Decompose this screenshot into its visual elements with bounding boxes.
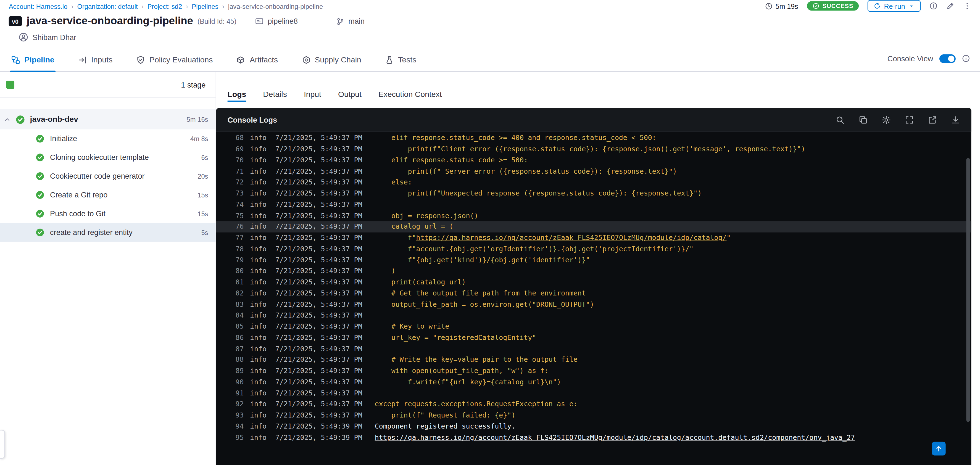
log-tab-details[interactable]: Details xyxy=(263,90,287,108)
tab-label: Tests xyxy=(398,56,416,64)
log-timestamp: 7/21/2025, 5:49:37 PM xyxy=(275,134,363,142)
breadcrumb-separator: › xyxy=(186,2,188,10)
log-line-number: 71 xyxy=(216,167,244,175)
breadcrumb-item-pipelines[interactable]: Pipelines xyxy=(192,2,218,10)
more-options-button[interactable] xyxy=(963,2,971,10)
log-tab-output[interactable]: Output xyxy=(338,90,361,108)
log-timestamp: 7/21/2025, 5:49:37 PM xyxy=(275,167,363,175)
copy-button[interactable] xyxy=(859,115,868,124)
settings-button[interactable] xyxy=(882,115,891,124)
step-row-create-a-git-repo[interactable]: Create a Git repo15s xyxy=(0,186,216,204)
step-row-cloning-cookiecutter-template[interactable]: Cloning cookiecutter template6s xyxy=(0,148,216,167)
log-link[interactable]: https://qa.harness.io/ng/account/zEaak-F… xyxy=(416,234,727,242)
log-scroll-area[interactable]: 68info7/21/2025, 5:49:37 PM elif respons… xyxy=(216,132,971,465)
check-circle-icon xyxy=(36,209,45,218)
tab-supply-chain[interactable]: Supply Chain xyxy=(301,56,363,71)
fullscreen-button[interactable] xyxy=(905,115,914,124)
scroll-to-top-button[interactable] xyxy=(932,442,946,455)
log-level: info xyxy=(250,311,267,319)
log-level: info xyxy=(250,389,267,397)
open-in-new-button[interactable] xyxy=(928,115,937,124)
branch-icon xyxy=(336,17,344,25)
log-code-text: catalog_url = ( xyxy=(375,222,453,230)
tab-policy-evaluations[interactable]: Policy Evaluations xyxy=(135,56,214,71)
step-row-initialize[interactable]: Initialize4m 8s xyxy=(0,129,216,148)
log-level: info xyxy=(250,156,267,164)
download-button[interactable] xyxy=(951,115,960,124)
console-scrollbar[interactable] xyxy=(966,136,970,461)
log-code-text: " xyxy=(727,234,731,242)
console-view-toggle[interactable] xyxy=(939,54,956,63)
stage-count-label: 1 stage xyxy=(181,80,205,89)
log-line-number: 80 xyxy=(216,267,244,275)
tab-inputs[interactable]: Inputs xyxy=(77,56,114,71)
rerun-button[interactable]: Re-run xyxy=(868,0,921,12)
breadcrumb-item-organization-default[interactable]: Organization: default xyxy=(77,2,138,10)
info-button[interactable] xyxy=(929,2,937,10)
log-code-text: output_file_path = os.environ.get("DRONE… xyxy=(375,300,594,308)
left-drawer-handle[interactable] xyxy=(0,430,5,459)
breadcrumb-item-project-sd2[interactable]: Project: sd2 xyxy=(148,2,182,10)
log-line: 70info7/21/2025, 5:49:37 PM elif respons… xyxy=(216,155,971,166)
step-label: Cloning cookiecutter template xyxy=(50,153,149,162)
log-line-number: 69 xyxy=(216,145,244,153)
tab-artifacts[interactable]: Artifacts xyxy=(235,56,279,71)
log-line: 93info7/21/2025, 5:49:37 PM print(f" Req… xyxy=(216,410,971,421)
stage-success-icon xyxy=(16,114,25,124)
log-code-text: # Write the key=value pair to the output… xyxy=(375,355,578,363)
log-code-text: Component registered successfully. xyxy=(375,422,516,430)
log-line: 88info7/21/2025, 5:49:37 PM # Write the … xyxy=(216,354,971,365)
log-level: info xyxy=(250,256,267,264)
id-card-icon xyxy=(255,17,264,26)
branch-ref[interactable]: main xyxy=(336,17,364,26)
log-lines: 68info7/21/2025, 5:49:37 PM elif respons… xyxy=(216,133,971,443)
log-code-text: f" xyxy=(375,234,416,242)
log-text: # Get the output file path from the envi… xyxy=(375,289,586,297)
tab-label: Policy Evaluations xyxy=(150,56,213,64)
log-timestamp: 7/21/2025, 5:49:37 PM xyxy=(275,411,363,419)
log-line: 71info7/21/2025, 5:49:37 PM print(f" Ser… xyxy=(216,166,971,177)
log-timestamp: 7/21/2025, 5:49:37 PM xyxy=(275,200,363,208)
log-level: info xyxy=(250,200,267,208)
log-timestamp: 7/21/2025, 5:49:37 PM xyxy=(275,222,363,230)
console-view-info-icon[interactable] xyxy=(962,54,970,62)
tab-tests[interactable]: Tests xyxy=(383,56,418,71)
step-row-cookiecutter-code-generator[interactable]: Cookiecutter code generator20s xyxy=(0,167,216,186)
log-level: info xyxy=(250,245,267,253)
step-row-push-code-to-git[interactable]: Push code to Git15s xyxy=(0,204,216,223)
console-scrollbar-thumb[interactable] xyxy=(966,159,970,422)
pipeline-icon xyxy=(11,56,20,64)
edit-pipeline-button[interactable] xyxy=(946,2,954,10)
log-tab-logs[interactable]: Logs xyxy=(228,90,247,108)
console-view-label: Console View xyxy=(888,54,933,63)
log-line: 86info7/21/2025, 5:49:37 PM url_key = "r… xyxy=(216,332,971,343)
log-text: ) xyxy=(375,267,396,275)
breadcrumb-item-account-harness-io[interactable]: Account: Harness.io xyxy=(9,2,68,10)
log-line-number: 72 xyxy=(216,178,244,186)
log-tab-execution-context[interactable]: Execution Context xyxy=(379,90,442,108)
log-line-number: 94 xyxy=(216,422,244,430)
step-label: Create a Git repo xyxy=(50,190,107,199)
tab-pipeline[interactable]: Pipeline xyxy=(10,56,56,71)
pipeline-ref[interactable]: pipeline8 xyxy=(255,17,298,26)
log-line-number: 89 xyxy=(216,367,244,375)
log-line-number: 86 xyxy=(216,333,244,341)
search-icon xyxy=(835,115,845,124)
stage-row[interactable]: java-onb-dev 5m 16s xyxy=(0,110,216,129)
log-line: 68info7/21/2025, 5:49:37 PM elif respons… xyxy=(216,133,971,144)
log-level: info xyxy=(250,278,267,286)
tab-label: Supply Chain xyxy=(315,56,361,64)
log-level: info xyxy=(250,167,267,175)
log-line-number: 77 xyxy=(216,234,244,242)
chevron-up-icon[interactable] xyxy=(4,116,11,123)
log-link[interactable]: https://qa.harness.io/ng/account/zEaak-F… xyxy=(375,433,855,441)
step-row-create-and-register-entity[interactable]: create and register entity5s xyxy=(0,223,216,242)
breadcrumb-separator: › xyxy=(222,2,224,10)
log-level: info xyxy=(250,411,267,419)
log-code-text: with open(output_file_path, "w") as f: xyxy=(375,367,549,375)
log-line: 73info7/21/2025, 5:49:37 PM print(f"Unex… xyxy=(216,188,971,199)
log-tab-input[interactable]: Input xyxy=(304,90,321,108)
log-code-text: f.write(f"{url_key}={catalog_url}\n") xyxy=(375,378,561,386)
search-button[interactable] xyxy=(835,115,845,124)
log-line: 72info7/21/2025, 5:49:37 PM else: xyxy=(216,177,971,188)
